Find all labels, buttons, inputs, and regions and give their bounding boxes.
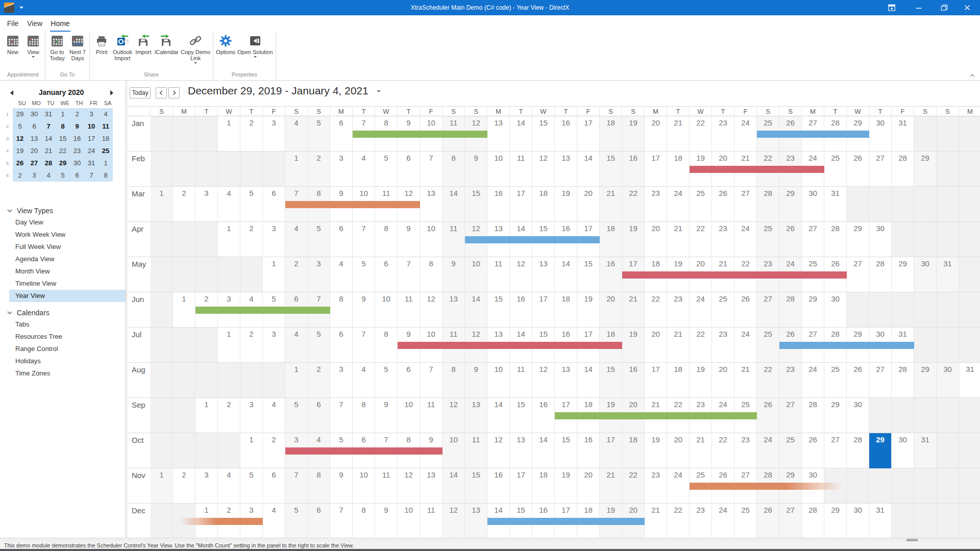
- sidebar-item-holidays[interactable]: Holidays: [9, 355, 126, 367]
- minimize-icon[interactable]: [915, 4, 923, 12]
- day-cell[interactable]: 25: [690, 187, 712, 221]
- day-cell[interactable]: 16: [577, 433, 600, 468]
- mini-calendar-day[interactable]: 14: [41, 133, 56, 145]
- ribbon-button-options[interactable]: Options: [215, 32, 236, 56]
- prev-period-button[interactable]: [156, 87, 167, 98]
- day-cell[interactable]: 28: [757, 187, 779, 221]
- day-cell[interactable]: 1: [263, 257, 285, 292]
- day-cell[interactable]: 15: [600, 363, 622, 397]
- day-cell[interactable]: 13: [532, 257, 555, 292]
- day-cell[interactable]: 13: [510, 433, 532, 468]
- day-cell[interactable]: 7: [398, 257, 420, 292]
- mini-calendar-day[interactable]: 18: [99, 133, 113, 145]
- day-cell[interactable]: 3: [263, 328, 285, 362]
- day-cell[interactable]: 21: [667, 328, 690, 362]
- day-cell[interactable]: 3: [240, 398, 263, 433]
- day-cell[interactable]: 31: [824, 187, 847, 221]
- mini-calendar-day[interactable]: 3: [27, 169, 41, 182]
- day-cell[interactable]: 28: [802, 398, 824, 433]
- day-cell[interactable]: 6: [263, 468, 285, 503]
- mini-calendar-day[interactable]: 23: [70, 145, 84, 157]
- day-cell[interactable]: 6: [308, 398, 330, 433]
- day-cell[interactable]: 23: [690, 504, 712, 538]
- day-cell[interactable]: 15: [465, 468, 487, 503]
- day-cell[interactable]: 23: [712, 328, 734, 362]
- day-cell[interactable]: 7: [330, 504, 353, 538]
- day-cell[interactable]: 17: [645, 152, 667, 186]
- day-cell[interactable]: 28: [824, 222, 847, 257]
- day-cell[interactable]: 6: [330, 328, 353, 362]
- scrollbar-thumb[interactable]: [906, 539, 918, 541]
- day-cell[interactable]: 13: [465, 504, 487, 538]
- day-cell[interactable]: 26: [712, 187, 734, 221]
- collapse-ribbon-icon[interactable]: [969, 71, 976, 78]
- day-cell[interactable]: 17: [577, 116, 600, 151]
- day-cell[interactable]: 2: [218, 398, 240, 433]
- day-cell[interactable]: 24: [667, 187, 690, 221]
- day-cell[interactable]: 6: [330, 222, 353, 257]
- day-cell[interactable]: 8: [375, 328, 398, 362]
- day-cell[interactable]: 24: [734, 328, 757, 362]
- mini-calendar-day[interactable]: 24: [84, 145, 99, 157]
- day-cell[interactable]: 27: [869, 152, 892, 186]
- mini-calendar-day[interactable]: 25: [99, 145, 113, 157]
- day-cell[interactable]: 28: [892, 152, 914, 186]
- sidebar-item-month-view[interactable]: Month View: [9, 265, 126, 278]
- mini-calendar-day[interactable]: 10: [84, 120, 99, 133]
- day-cell[interactable]: 15: [600, 152, 622, 186]
- day-cell[interactable]: 16: [510, 292, 532, 327]
- day-cell[interactable]: 14: [555, 257, 577, 292]
- day-cell[interactable]: 5: [308, 116, 330, 151]
- day-cell[interactable]: 18: [600, 222, 622, 257]
- mini-calendar-day[interactable]: 1: [56, 108, 70, 120]
- day-cell[interactable]: 5: [240, 187, 263, 221]
- day-cell[interactable]: 30: [869, 116, 892, 151]
- day-cell[interactable]: 7: [285, 468, 308, 503]
- day-cell[interactable]: 29: [802, 292, 824, 327]
- day-cell[interactable]: 3: [195, 187, 218, 221]
- day-cell[interactable]: 11: [420, 398, 443, 433]
- day-cell[interactable]: 4: [353, 152, 375, 186]
- day-cell[interactable]: 9: [465, 152, 487, 186]
- day-cell[interactable]: 11: [510, 363, 532, 397]
- day-cell[interactable]: 10: [465, 257, 487, 292]
- mini-calendar-day[interactable]: 19: [13, 145, 27, 157]
- day-cell[interactable]: 24: [734, 222, 757, 257]
- sidebar-item-tabs[interactable]: Tabs: [9, 318, 126, 331]
- day-cell[interactable]: 18: [555, 292, 577, 327]
- mini-calendar-day[interactable]: 31: [84, 157, 99, 169]
- day-cell[interactable]: 24: [667, 468, 690, 503]
- mini-calendar-day[interactable]: 5: [13, 120, 27, 133]
- day-cell[interactable]: 2: [263, 433, 285, 468]
- day-cell[interactable]: 2: [308, 363, 330, 397]
- day-cell[interactable]: 15: [532, 116, 555, 151]
- day-cell[interactable]: 5: [308, 328, 330, 362]
- day-cell[interactable]: 20: [712, 363, 734, 397]
- day-cell[interactable]: 3: [330, 152, 353, 186]
- day-cell[interactable]: 22: [622, 187, 645, 221]
- ribbon-button-open-solution[interactable]: Open Solution: [236, 32, 274, 59]
- day-cell[interactable]: 20: [577, 468, 600, 503]
- day-cell[interactable]: 3: [263, 222, 285, 257]
- day-cell[interactable]: 30: [824, 292, 847, 327]
- day-cell[interactable]: 11: [487, 257, 510, 292]
- day-cell[interactable]: 9: [443, 257, 465, 292]
- day-cell[interactable]: 19: [645, 433, 667, 468]
- day-cell[interactable]: 8: [443, 152, 465, 186]
- appointment-bar[interactable]: [622, 271, 847, 279]
- day-cell[interactable]: 21: [690, 433, 712, 468]
- day-cell[interactable]: 14: [577, 152, 600, 186]
- scrollbar-right-arrow-icon[interactable]: [972, 538, 977, 542]
- day-cell[interactable]: 30: [869, 222, 892, 257]
- day-cell[interactable]: 14: [487, 398, 510, 433]
- section-header-calendars[interactable]: Calendars: [7, 307, 50, 318]
- mini-calendar-day[interactable]: 4: [41, 169, 56, 182]
- date-range-caret-icon[interactable]: [377, 90, 381, 92]
- mini-calendar-title[interactable]: January 2020: [39, 88, 84, 96]
- appointment-bar[interactable]: [285, 447, 443, 455]
- day-cell[interactable]: 26: [847, 152, 869, 186]
- day-cell[interactable]: 25: [824, 152, 847, 186]
- day-cell[interactable]: 26: [757, 504, 779, 538]
- day-cell[interactable]: 2: [240, 328, 263, 362]
- day-cell[interactable]: 14: [443, 187, 465, 221]
